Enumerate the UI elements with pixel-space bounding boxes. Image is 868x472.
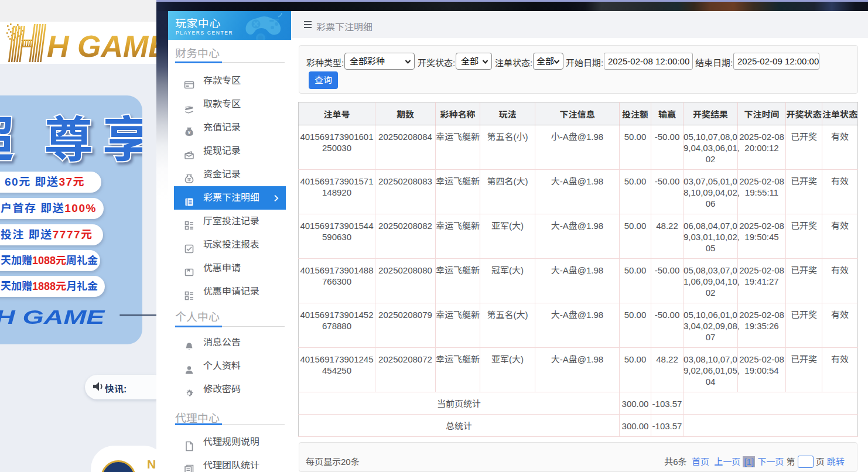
svg-text:尊享: 尊享 bbox=[44, 107, 142, 171]
svg-text:超: 超 bbox=[0, 107, 14, 171]
svg-text:H GAME: H GAME bbox=[47, 29, 156, 63]
svg-text:¥: ¥ bbox=[188, 130, 191, 135]
